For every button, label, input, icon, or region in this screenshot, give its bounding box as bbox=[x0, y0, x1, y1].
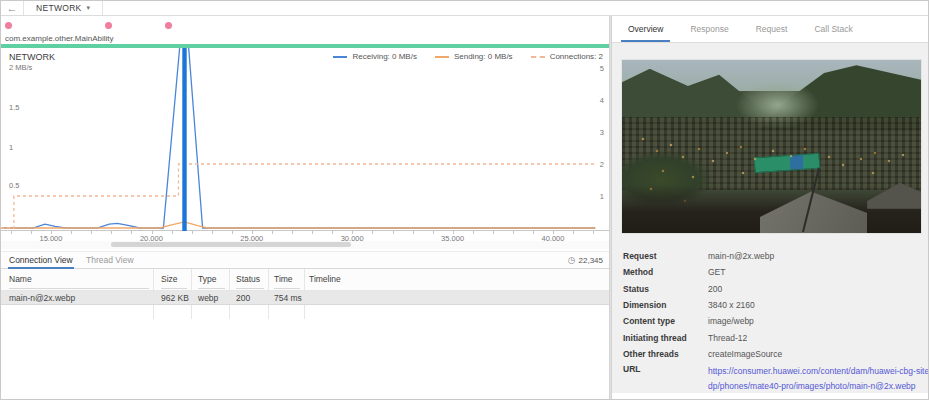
tab-call-stack[interactable]: Call Stack bbox=[809, 16, 857, 42]
detail-label: Status bbox=[623, 284, 708, 294]
detail-row-request: Request main-n@2x.webp bbox=[623, 248, 923, 264]
column-header-size[interactable]: Size bbox=[161, 274, 178, 284]
table-row-selected[interactable]: main-n@2x.webp 962 KB webp 200 754 ms bbox=[1, 291, 609, 305]
detail-value: 3840 x 2160 bbox=[708, 300, 755, 310]
event-marker-dot[interactable] bbox=[5, 22, 12, 29]
network-chart-canvas bbox=[1, 48, 609, 231]
receiving-swatch-icon bbox=[333, 56, 347, 58]
y-axis-right-tick: 1 bbox=[600, 192, 604, 201]
detail-label: Dimension bbox=[623, 300, 708, 310]
y-axis-left-tick: 2 MB/s bbox=[9, 63, 32, 72]
connection-table-header: Name Size Type Status Time Timeline bbox=[1, 269, 609, 291]
network-chart[interactable]: NETWORK Receiving: 0 MB/s Sending: 0 MB/… bbox=[1, 48, 609, 231]
chart-title: NETWORK bbox=[9, 52, 55, 62]
legend-connections[interactable]: Connections: 2 bbox=[531, 52, 603, 61]
url-link[interactable]: https://consumer.huawei.com/content/dam/… bbox=[708, 364, 929, 393]
tab-connection-view[interactable]: Connection View bbox=[9, 252, 73, 268]
cell-size: 962 KB bbox=[161, 293, 189, 303]
cell-name: main-n@2x.webp bbox=[9, 293, 75, 303]
photo-window-lights bbox=[622, 60, 624, 62]
inspector-tabs: Overview Response Request Call Stack bbox=[612, 16, 929, 43]
elapsed-time: ◷ 22,345 bbox=[568, 252, 603, 268]
timeline-scrollbar-thumb[interactable] bbox=[111, 242, 351, 247]
clock-icon: ◷ bbox=[568, 255, 576, 265]
detail-label: Other threads bbox=[623, 349, 708, 359]
connections-swatch-icon bbox=[531, 56, 545, 58]
event-marker-dot[interactable] bbox=[165, 22, 172, 29]
monitor-view-selector[interactable]: NETWORK ▾ bbox=[23, 1, 103, 15]
overview-content: Request main-n@2x.webp Method GET Status… bbox=[612, 43, 929, 393]
event-marker-track bbox=[1, 16, 609, 33]
sending-swatch-icon bbox=[435, 56, 449, 58]
column-header-type[interactable]: Type bbox=[198, 274, 216, 284]
detail-row-other-threads: Other threads createImageSource bbox=[623, 346, 923, 362]
detail-value: Thread-12 bbox=[708, 333, 747, 343]
header-underline bbox=[161, 288, 187, 289]
detail-row-content-type: Content type image/webp bbox=[623, 313, 923, 329]
detail-value: main-n@2x.webp bbox=[708, 251, 774, 261]
detail-label: Method bbox=[623, 267, 708, 277]
legend-connections-label: Connections: 2 bbox=[550, 52, 603, 61]
back-arrow-icon: ← bbox=[7, 2, 18, 14]
detail-row-method: Method GET bbox=[623, 264, 923, 280]
y-axis-left-tick: 1.5 bbox=[9, 103, 19, 112]
cell-type: webp bbox=[198, 293, 218, 303]
detail-row-url: URL https://consumer.huawei.com/content/… bbox=[623, 362, 923, 393]
column-header-name[interactable]: Name bbox=[9, 274, 32, 284]
cell-time: 754 ms bbox=[274, 293, 302, 303]
url-line-2: dp/phones/mate40-pro/images/photo/main-n… bbox=[708, 379, 929, 393]
y-axis-right-tick: 2 bbox=[600, 160, 604, 169]
y-axis-right-tick: 4 bbox=[600, 96, 604, 105]
tab-overview[interactable]: Overview bbox=[623, 16, 668, 42]
detail-value: createImageSource bbox=[708, 349, 782, 359]
tab-request[interactable]: Request bbox=[751, 16, 793, 42]
column-header-status[interactable]: Status bbox=[236, 274, 260, 284]
back-button[interactable]: ← bbox=[1, 1, 23, 15]
selection-bar[interactable] bbox=[182, 48, 186, 231]
detail-value: GET bbox=[708, 267, 725, 277]
detail-label: Initiating thread bbox=[623, 333, 708, 343]
inspector-panel: Overview Response Request Call Stack bbox=[612, 16, 929, 400]
network-profiler-window: ← NETWORK ▾ com.example.other.MainAbilit… bbox=[0, 0, 929, 400]
legend-sending[interactable]: Sending: 0 MB/s bbox=[435, 52, 513, 61]
column-header-time[interactable]: Time bbox=[274, 274, 293, 284]
timeline-scrollbar bbox=[1, 241, 609, 249]
elapsed-time-value: 22,345 bbox=[579, 256, 603, 265]
detail-value: image/webp bbox=[708, 316, 754, 326]
toolbar: ← NETWORK ▾ bbox=[1, 1, 928, 16]
tab-thread-view[interactable]: Thread View bbox=[86, 252, 134, 268]
header-underline bbox=[236, 288, 264, 289]
response-image-preview bbox=[621, 59, 922, 234]
url-line-1: https://consumer.huawei.com/content/dam/… bbox=[708, 364, 929, 379]
detail-label: Content type bbox=[623, 316, 708, 326]
detail-view-tabs: Connection View Thread View ◷ 22,345 bbox=[1, 251, 609, 269]
detail-label: Request bbox=[623, 251, 708, 261]
detail-row-initiating-thread: Initiating thread Thread-12 bbox=[623, 329, 923, 345]
y-axis-left-tick: 1 bbox=[9, 143, 13, 152]
y-axis-right-tick: 3 bbox=[600, 128, 604, 137]
series-sending bbox=[1, 222, 595, 228]
event-marker-dot[interactable] bbox=[105, 22, 112, 29]
legend-receiving[interactable]: Receiving: 0 MB/s bbox=[333, 52, 416, 61]
session-name: com.example.other.MainAbility bbox=[5, 34, 114, 43]
legend-receiving-label: Receiving: 0 MB/s bbox=[352, 52, 416, 61]
detail-value: 200 bbox=[708, 284, 722, 294]
series-receiving bbox=[1, 48, 595, 228]
header-underline bbox=[198, 288, 225, 289]
monitor-view-label: NETWORK bbox=[36, 3, 82, 13]
tab-response[interactable]: Response bbox=[685, 16, 733, 42]
detail-row-status: Status 200 bbox=[623, 281, 923, 297]
header-underline bbox=[274, 288, 300, 289]
column-header-timeline[interactable]: Timeline bbox=[309, 274, 341, 284]
y-axis-left-tick: 0.5 bbox=[9, 181, 19, 190]
request-details: Request main-n@2x.webp Method GET Status… bbox=[623, 248, 923, 393]
chevron-down-icon: ▾ bbox=[87, 4, 91, 12]
detail-label: URL bbox=[623, 364, 708, 374]
chart-legend: Receiving: 0 MB/s Sending: 0 MB/s Connec… bbox=[333, 52, 603, 61]
cell-status: 200 bbox=[236, 293, 250, 303]
header-underline bbox=[9, 288, 149, 289]
detail-row-dimension: Dimension 3840 x 2160 bbox=[623, 297, 923, 313]
legend-sending-label: Sending: 0 MB/s bbox=[454, 52, 513, 61]
y-axis-right-tick: 5 bbox=[600, 64, 604, 73]
series-connections bbox=[1, 164, 595, 228]
